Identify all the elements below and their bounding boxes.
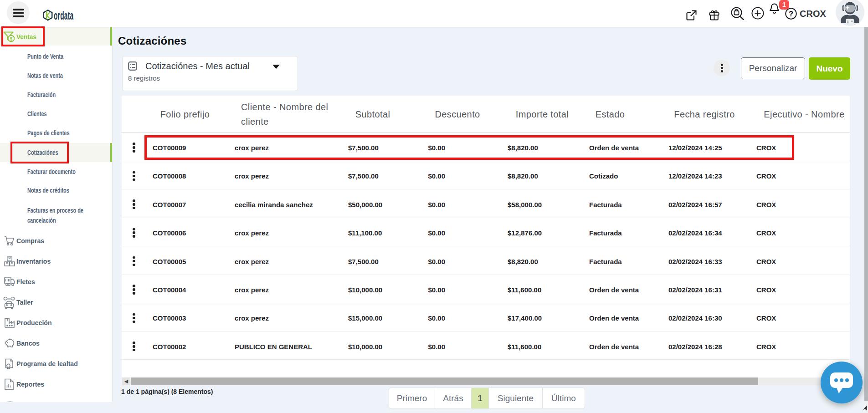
svg-text:?: ? <box>789 10 793 18</box>
